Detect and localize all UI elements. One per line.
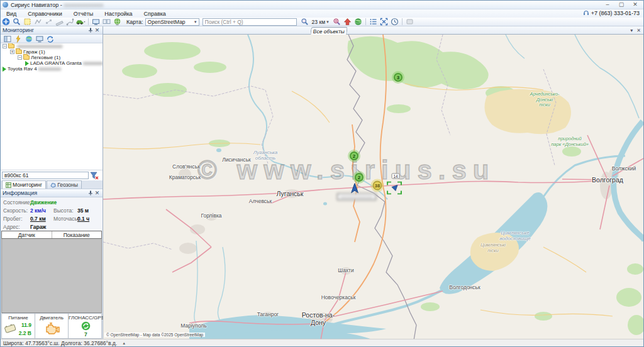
main-toolbar: Карта: OpenStreetMap ▼ 23 км ▼	[1, 18, 643, 26]
navigation-icon[interactable]	[1, 18, 11, 26]
layout-icon[interactable]	[3, 35, 12, 43]
tab-all-objects-label: Все объекты	[313, 28, 345, 35]
filter-funnel-icon[interactable]	[89, 172, 99, 180]
folder-icon	[8, 44, 14, 48]
sensor-column-header[interactable]: Датчик	[2, 231, 52, 238]
map-marker-cluster-yellow[interactable]: 38	[373, 181, 382, 190]
maximize-button[interactable]: ▢	[614, 1, 628, 9]
reading-column-header[interactable]: Показание	[52, 231, 102, 238]
tree-item-label-redacted: xxxxxxxx	[82, 60, 103, 66]
pin-icon[interactable]	[87, 27, 94, 34]
plate-filter-input[interactable]	[2, 172, 89, 179]
tab-list-dropdown-icon[interactable]: ▾	[630, 28, 633, 33]
state-label: Состояние:	[3, 199, 31, 206]
tree-expander[interactable]: −	[18, 55, 22, 60]
chevron-down-icon[interactable]: ▲	[122, 341, 126, 345]
node-tool-icon[interactable]	[44, 18, 53, 26]
tree-item[interactable]: LADA GRANTA Granta xxxxxxxx	[1, 60, 103, 66]
search-go-icon[interactable]	[300, 18, 309, 26]
hours-value[interactable]: 0.1 ч	[77, 216, 89, 222]
map-canvas[interactable]: © www.sirius.su Слов'янськКраматорськЛис…	[103, 35, 644, 340]
split-screen-icon[interactable]	[102, 18, 111, 26]
support-phone: +7 (863) 333-01-73	[583, 10, 640, 16]
title-bar: Сириус Навигатор - xxxxxxxxxxxxxx – ▢ ✕	[1, 1, 643, 9]
tracking-icon[interactable]	[45, 35, 55, 43]
monitor-icon[interactable]	[35, 35, 44, 43]
select-area-icon[interactable]	[23, 18, 32, 26]
coordinates-text: Широта: 47.73563°с.ш. Долгота: 36.27686°…	[3, 340, 117, 346]
pin-icon[interactable]	[87, 190, 94, 197]
moving-vehicle-icon	[3, 67, 6, 72]
vehicle-icon[interactable]	[76, 18, 86, 26]
hours-label: Моточасы:	[53, 216, 80, 222]
height-label: Высота:	[53, 207, 74, 214]
tree-item-label: LADA GRANTA Granta	[30, 60, 82, 66]
engine-label: Двигатель	[35, 315, 68, 321]
mileage-label: Пробег:	[3, 216, 23, 222]
gps-satellite-count: 7	[84, 331, 87, 338]
power-label: Питание	[2, 315, 35, 321]
tree-item[interactable]: Toyota Rav 4 xxxxxxxxx	[1, 66, 103, 72]
tab-all-objects[interactable]: Все объекты	[310, 27, 347, 35]
map-scale-value: 23 км	[312, 19, 325, 25]
menu-reports[interactable]: Отчёты	[68, 11, 99, 17]
status-bar: Широта: 47.73563°с.ш. Долгота: 36.27686°…	[1, 339, 643, 346]
home-icon[interactable]	[343, 18, 352, 26]
monitoring-toolbar	[1, 35, 103, 43]
engine-icon	[44, 322, 60, 334]
map-marker-badge[interactable]: 14	[392, 174, 400, 179]
mileage-value[interactable]: 0.7 км	[30, 216, 46, 222]
monitoring-panel-header: Мониторинг ✕	[1, 26, 103, 35]
info-panel-header: Информация ✕	[1, 189, 103, 197]
screens-icon[interactable]	[91, 18, 101, 26]
lightning-icon[interactable]	[13, 35, 23, 43]
map-marker-target[interactable]	[387, 182, 402, 195]
chevron-down-icon: ▼	[194, 20, 197, 24]
tab-monitoring[interactable]: Мониторинг	[2, 180, 46, 189]
map-marker-cluster-green[interactable]: 2	[350, 151, 358, 160]
search-input[interactable]	[203, 18, 297, 26]
settings-disabled-icon[interactable]	[405, 18, 414, 26]
close-button[interactable]: ✕	[628, 1, 642, 9]
tree-item[interactable]: +Гараж (1)	[1, 49, 103, 55]
application-window: Сириус Навигатор - xxxxxxxxxxxxxx – ▢ ✕ …	[0, 0, 644, 347]
earth-icon[interactable]	[353, 18, 363, 26]
monitoring-sidebar: Мониторинг ✕ − xxxxxxxxxxxxxxxxxx+Гараж …	[1, 26, 103, 339]
folder-icon	[16, 50, 22, 54]
object-list-icon[interactable]	[369, 18, 378, 26]
map-tab-strip: Все объекты ▾ ✕	[103, 26, 643, 35]
map-attribution: © OpenStreetMap - Map data ©2025 OpenStr…	[104, 333, 205, 337]
ruler-tool-icon[interactable]	[55, 18, 64, 26]
address-label: Адрес:	[3, 224, 20, 230]
minimize-button[interactable]: –	[601, 1, 614, 9]
map-scale-select[interactable]: 23 км ▼	[312, 19, 330, 25]
speed-label: Скорость:	[3, 207, 28, 214]
map-provider-select[interactable]: OpenStreetMap ▼	[145, 18, 199, 26]
headset-icon	[583, 10, 589, 16]
close-icon[interactable]: ✕	[94, 27, 101, 34]
close-icon[interactable]: ✕	[94, 190, 101, 197]
map-marker-cluster-green[interactable]: 2	[355, 173, 364, 182]
menu-settings[interactable]: Настройка	[99, 11, 138, 17]
tree-expander[interactable]: +	[10, 50, 14, 54]
history-clock-icon[interactable]	[390, 18, 399, 26]
globe-icon[interactable]	[24, 35, 33, 43]
tree-expander[interactable]: −	[3, 44, 7, 48]
fullscreen-icon[interactable]	[379, 18, 389, 26]
zoom-in-icon[interactable]	[332, 18, 341, 26]
zoom-search-icon[interactable]	[12, 18, 21, 26]
menu-directories[interactable]: Справочники	[22, 11, 68, 17]
map-marker-plate[interactable]: xxxxxxxxxxxxxx	[337, 194, 376, 201]
tree-item[interactable]: −Легковые (1)	[1, 55, 103, 60]
globe-icon[interactable]	[113, 18, 122, 26]
map-marker-nav-arrow[interactable]	[351, 184, 359, 194]
tab-geozones[interactable]: Геозоны	[47, 180, 82, 189]
menu-bar: Вид Справочники Отчёты Настройка Справка…	[1, 9, 643, 18]
route-tool-icon[interactable]	[65, 18, 75, 26]
tree-item-label-redacted: xxxxxxxxxxxxxxxxxx	[16, 43, 62, 49]
tab-close-icon[interactable]: ✕	[636, 28, 641, 33]
menu-view[interactable]: Вид	[1, 11, 22, 17]
menu-help[interactable]: Справка	[138, 11, 172, 17]
map-marker-cluster-green[interactable]: 3	[394, 73, 402, 82]
polygon-tool-icon[interactable]	[33, 18, 43, 26]
